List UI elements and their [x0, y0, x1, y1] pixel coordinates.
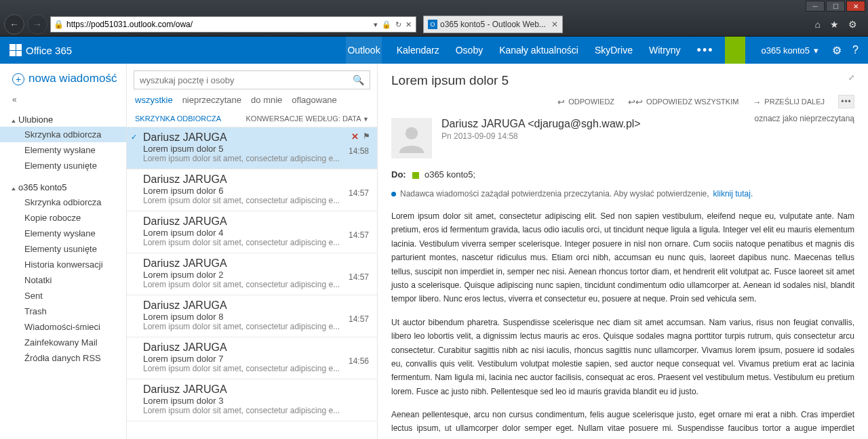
message-item[interactable]: Dariusz JARUGALorem ipsum dolor 2Lorem i…: [127, 253, 377, 295]
sort-dropdown[interactable]: KONWERSACJE WEDŁUG: DATA ▼: [246, 114, 370, 123]
search-box[interactable]: 🔍: [134, 70, 370, 89]
list-header: SKRZYNKA ODBIORCZA KONWERSACJE WEDŁUG: D…: [127, 110, 377, 127]
search-input[interactable]: [140, 75, 353, 85]
folder-item[interactable]: Historia konwersacji: [12, 257, 119, 272]
folder-item[interactable]: Notatki: [12, 272, 119, 288]
folder-item[interactable]: Elementy usunięte: [12, 241, 119, 257]
brand-label: Office 365: [26, 45, 72, 56]
refresh-icon[interactable]: ↻: [394, 20, 403, 29]
message-item[interactable]: Dariusz JARUGALorem ipsum dolor 8Lorem i…: [127, 295, 377, 337]
folder-item[interactable]: Elementy wysłane: [12, 226, 119, 241]
expand-icon[interactable]: ⤢: [848, 73, 854, 82]
filter-wszystkie[interactable]: wszystkie: [135, 95, 173, 105]
filter-oflagowane[interactable]: oflagowane: [292, 95, 337, 105]
new-message-button[interactable]: + nowa wiadomość: [12, 72, 119, 85]
close-button[interactable]: ✕: [846, 1, 865, 12]
nav-item-kalendarz[interactable]: Kalendarz: [395, 37, 441, 64]
message-item[interactable]: ✓✕⚑Dariusz JARUGALorem ipsum dolor 5Lore…: [127, 127, 377, 169]
folder-item[interactable]: Zainfekowany Mail: [12, 335, 119, 350]
tab-title: o365 konto5 - Outlook Web...: [440, 20, 546, 29]
back-button[interactable]: ←: [4, 14, 24, 35]
receipt-link[interactable]: kliknij tutaj.: [713, 189, 753, 198]
sender-name: Dariusz JARUGA <djaruga@sgh.waw.pl>: [441, 118, 641, 130]
nav-item-witryny[interactable]: Witryny: [648, 37, 682, 64]
message-item[interactable]: Dariusz JARUGALorem ipsum dolor 3Lorem i…: [127, 379, 377, 421]
folder-item[interactable]: Kopie robocze: [12, 210, 119, 226]
message-subject: Lorem ipsum dolor 6: [143, 186, 369, 196]
search-icon[interactable]: 🔍: [353, 75, 364, 85]
help-icon[interactable]: ?: [852, 44, 859, 57]
message-preview: Lorem ipsum dolor sit amet, consectetur …: [143, 406, 369, 415]
flag-icon[interactable]: ⚑: [363, 131, 370, 142]
o365-logo[interactable]: Office 365: [9, 44, 72, 56]
message-from: Dariusz JARUGA: [143, 299, 369, 312]
folder-item[interactable]: Sent: [12, 288, 119, 304]
nav-item-skydrive[interactable]: SkyDrive: [593, 37, 634, 64]
nav-item-osoby[interactable]: Osoby: [454, 37, 484, 64]
reply-all-icon: ↩↩: [628, 97, 643, 107]
main: + nowa wiadomość « UlubioneSkrzynka odbi…: [0, 64, 868, 439]
url-controls: ▾ 🔒 ↻ ✕: [372, 20, 413, 29]
url-bar[interactable]: 🔒 ▾ 🔒 ↻ ✕: [50, 16, 416, 33]
reply-button[interactable]: ↩ODPOWIEDZ: [557, 97, 614, 107]
message-item[interactable]: Dariusz JARUGALorem ipsum dolor 7Lorem i…: [127, 337, 377, 379]
home-icon[interactable]: ⌂: [815, 19, 821, 30]
nav-more-button[interactable]: •••: [696, 37, 715, 64]
message-from: Dariusz JARUGA: [143, 131, 369, 144]
message-subject: Lorem ipsum dolor 5: [143, 144, 369, 154]
folder-group-header[interactable]: o365 konto5: [12, 180, 119, 194]
sender-block: Dariusz JARUGA <djaruga@sgh.waw.pl> Pn 2…: [391, 118, 854, 159]
browser-tab[interactable]: O o365 konto5 - Outlook Web... ✕: [423, 16, 563, 33]
message-preview: Lorem ipsum dolor sit amet, consectetur …: [143, 364, 369, 373]
forward-button[interactable]: →PRZEŚLIJ DALEJ: [752, 97, 825, 107]
folder-item[interactable]: Elementy wysłane: [12, 142, 119, 158]
user-menu[interactable]: o365 konto5 ▾: [762, 45, 819, 56]
folder-item[interactable]: Skrzynka odbiorcza: [12, 194, 119, 210]
collapse-sidebar[interactable]: «: [12, 95, 119, 104]
message-from: Dariusz JARUGA: [143, 257, 369, 270]
message-preview: Lorem ipsum dolor sit amet, consectetur …: [143, 322, 369, 331]
message-item[interactable]: Dariusz JARUGALorem ipsum dolor 4Lorem i…: [127, 211, 377, 253]
settings-icon[interactable]: ⚙: [832, 44, 842, 57]
favorite-icon[interactable]: ★: [830, 19, 839, 30]
lock-small-icon[interactable]: 🔒: [380, 20, 393, 29]
folder-group-header[interactable]: Ulubione: [12, 112, 119, 127]
body-paragraph: Ut auctor bibendum pharetra. Suspendisse…: [391, 316, 854, 398]
message-subject: Lorem ipsum dolor 4: [143, 228, 369, 238]
message-items: ✓✕⚑Dariusz JARUGALorem ipsum dolor 5Lore…: [127, 127, 377, 439]
folder-item[interactable]: Wiadomości-śmieci: [12, 319, 119, 335]
folder-item[interactable]: Skrzynka odbiorcza: [0, 127, 126, 142]
filter-nieprzeczytane[interactable]: nieprzeczytane: [182, 95, 241, 105]
forward-button[interactable]: →: [27, 14, 47, 35]
minimize-button[interactable]: ─: [806, 1, 825, 12]
folder-label: SKRZYNKA ODBIORCZA: [135, 114, 221, 123]
delete-icon[interactable]: ✕: [351, 131, 359, 142]
nav-item-kanały aktualności[interactable]: Kanały aktualności: [498, 37, 580, 64]
folder-item[interactable]: Trash: [12, 304, 119, 319]
message-time: 14:57: [349, 272, 369, 282]
person-icon: [397, 123, 427, 153]
nav-item-outlook[interactable]: Outlook: [346, 37, 381, 64]
message-time: 14:56: [349, 356, 369, 366]
tab-close-icon[interactable]: ✕: [551, 20, 558, 29]
gear-icon[interactable]: ⚙: [848, 19, 857, 30]
reply-toolbar: ↩ODPOWIEDZ ↩↩ODPOWIEDZ WSZYSTKIM →PRZEŚL…: [391, 95, 854, 108]
url-input[interactable]: [66, 20, 370, 29]
folder-item[interactable]: Elementy usunięte: [12, 158, 119, 173]
more-actions-button[interactable]: •••: [838, 95, 854, 108]
dropdown-icon[interactable]: ▾: [372, 20, 379, 29]
mark-unread-link[interactable]: oznacz jako nieprzeczytaną: [755, 114, 854, 123]
reply-all-button[interactable]: ↩↩ODPOWIEDZ WSZYSTKIM: [628, 97, 738, 107]
message-preview: Lorem ipsum dolor sit amet, consectetur …: [143, 196, 369, 205]
stop-icon[interactable]: ✕: [404, 20, 413, 29]
svg-point-0: [406, 127, 418, 140]
receipt-text: Nadawca wiadomości zażądał potwierdzenia…: [400, 189, 709, 198]
presence-indicator: [725, 37, 745, 64]
folder-item[interactable]: Źródła danych RSS: [12, 350, 119, 366]
maximize-button[interactable]: ☐: [826, 1, 845, 12]
user-label: o365 konto5: [762, 45, 810, 56]
message-from: Dariusz JARUGA: [143, 383, 369, 396]
body-paragraph: Aenean pellentesque, arcu non cursus con…: [391, 408, 854, 439]
filter-do mnie[interactable]: do mnie: [251, 95, 282, 105]
message-item[interactable]: Dariusz JARUGALorem ipsum dolor 6Lorem i…: [127, 169, 377, 211]
